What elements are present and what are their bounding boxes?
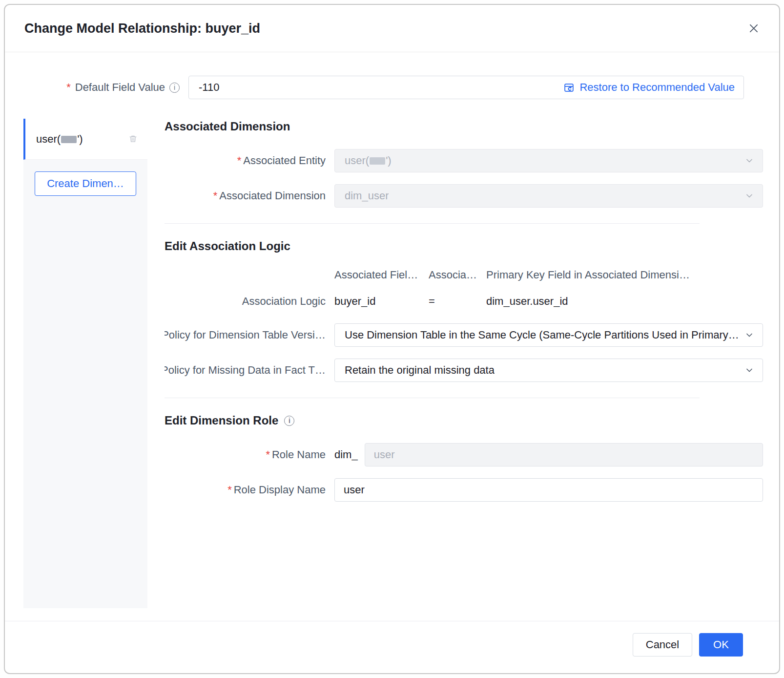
- sidebar-item-user-dimension[interactable]: user('): [23, 119, 147, 160]
- policy-missing-row: Policy for Missing Data in Fact T… Retai…: [165, 359, 763, 382]
- dialog-content-row: user(') Create Dimen… Associated Dimensi…: [23, 119, 779, 608]
- dialog-header: Change Model Relationship: buyer_id: [5, 5, 779, 52]
- chevron-down-icon: [745, 366, 754, 375]
- association-logic-row: Association Logic buyer_id = dim_user.us…: [165, 295, 763, 308]
- role-name-label: Role Name: [165, 448, 326, 461]
- policy-version-select[interactable]: Use Dimension Table in the Same Cycle (S…: [334, 323, 763, 347]
- association-logic-columns: Associated Fiel… Associa… Primary Key Fi…: [334, 269, 763, 281]
- associated-dimension-select: dim_user: [334, 184, 763, 208]
- associated-dimension-heading: Associated Dimension: [165, 120, 763, 133]
- default-field-value-text: -110: [199, 81, 219, 94]
- required-asterisk: [66, 81, 71, 94]
- chevron-down-icon: [745, 191, 754, 200]
- sidebar-item-label: user('): [36, 133, 83, 146]
- create-dimension-button[interactable]: Create Dimen…: [35, 171, 136, 196]
- restore-icon: [563, 82, 575, 93]
- default-field-value-input[interactable]: -110 Restore to Recommended Value: [188, 76, 744, 99]
- associated-entity-select: user('): [334, 149, 763, 172]
- dialog-body: Default Field Value -110 Restore to Reco…: [5, 52, 779, 621]
- policy-version-label: Policy for Dimension Table Versi…: [165, 329, 326, 341]
- column-primary-key-field: Primary Key Field in Associated Dimensi…: [486, 269, 763, 281]
- policy-missing-label: Policy for Missing Data in Fact T…: [165, 364, 326, 377]
- delete-dimension-icon[interactable]: [128, 134, 138, 144]
- fact-field-value: buyer_id: [334, 295, 429, 308]
- associated-entity-row: Associated Entity user('): [165, 149, 763, 172]
- associated-dimension-label: Associated Dimension: [165, 190, 326, 202]
- associated-dimension-value: dim_user: [345, 190, 389, 202]
- default-field-value-row: Default Field Value -110 Restore to Reco…: [23, 76, 744, 99]
- redacted-text: [370, 157, 385, 165]
- section-divider: [165, 223, 700, 224]
- relationship-form: Associated Dimension Associated Entity u…: [165, 119, 763, 608]
- policy-missing-value: Retain the original missing data: [345, 364, 495, 377]
- association-logic-label: Association Logic: [165, 295, 326, 308]
- policy-version-row: Policy for Dimension Table Versi… Use Di…: [165, 323, 763, 347]
- role-name-row: Role Name dim_: [165, 443, 763, 466]
- policy-missing-select[interactable]: Retain the original missing data: [334, 359, 763, 382]
- role-display-name-label: Role Display Name: [165, 484, 326, 496]
- column-association: Associa…: [429, 269, 486, 281]
- default-field-value-label: Default Field Value: [23, 81, 180, 94]
- associated-dimension-row: Associated Dimension dim_user: [165, 184, 763, 208]
- dimension-key-value: dim_user.user_id: [486, 295, 763, 308]
- required-asterisk: [227, 484, 232, 496]
- edit-dimension-role-heading: Edit Dimension Role: [165, 414, 763, 427]
- dialog-footer: Cancel OK: [5, 621, 779, 673]
- restore-recommended-button[interactable]: Restore to Recommended Value: [563, 81, 735, 94]
- column-associated-field: Associated Fiel…: [334, 269, 429, 281]
- role-display-name-row: Role Display Name: [165, 478, 763, 502]
- associated-entity-value: user('): [345, 154, 392, 167]
- chevron-down-icon: [745, 331, 754, 339]
- required-asterisk: [237, 154, 242, 167]
- redacted-text: [61, 136, 77, 143]
- role-display-name-input[interactable]: [334, 478, 763, 502]
- required-asterisk: [266, 448, 270, 461]
- info-icon: [169, 83, 180, 93]
- default-field-value-label-text: Default Field Value: [75, 81, 165, 94]
- info-icon: [284, 416, 294, 426]
- role-name-prefix: dim_: [334, 448, 358, 461]
- section-divider: [165, 398, 700, 398]
- restore-label: Restore to Recommended Value: [579, 81, 735, 94]
- dimension-sidebar: user(') Create Dimen…: [23, 119, 147, 608]
- policy-version-value: Use Dimension Table in the Same Cycle (S…: [345, 329, 739, 341]
- change-model-relationship-dialog: Change Model Relationship: buyer_id Defa…: [4, 4, 780, 674]
- required-asterisk: [213, 190, 218, 202]
- ok-button[interactable]: OK: [699, 633, 743, 657]
- dialog-title: Change Model Relationship: buyer_id: [24, 21, 260, 36]
- chevron-down-icon: [745, 156, 754, 165]
- operator-value: =: [429, 295, 486, 308]
- close-icon[interactable]: [748, 22, 760, 34]
- edit-association-logic-heading: Edit Association Logic: [165, 239, 763, 253]
- role-name-input: [365, 443, 763, 466]
- cancel-button[interactable]: Cancel: [633, 633, 692, 657]
- associated-entity-label: Associated Entity: [165, 154, 326, 167]
